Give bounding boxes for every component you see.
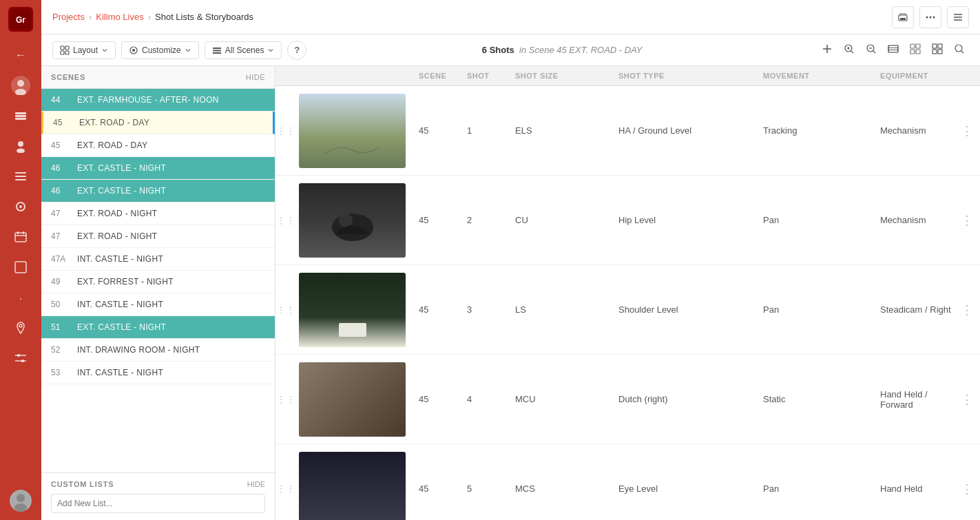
- scene-number: 50: [51, 300, 70, 309]
- scene-name: EXT. ROAD - DAY: [79, 118, 263, 127]
- drag-handle[interactable]: ⋮⋮: [275, 125, 296, 136]
- svg-rect-50: [910, 44, 915, 48]
- scene-item[interactable]: 49 EXT. FORREST - NIGHT: [41, 271, 275, 293]
- shot-number-5: 5: [461, 483, 510, 494]
- svg-rect-52: [910, 50, 915, 54]
- shot-movement-5: Pan: [758, 483, 875, 494]
- nav-list-icon[interactable]: [8, 164, 33, 189]
- shot-type-3: Shoulder Level: [613, 304, 758, 315]
- scene-name: EXT. ROAD - DAY: [77, 141, 265, 150]
- shot-scene-2: 45: [413, 215, 461, 225]
- scenes-hide[interactable]: HIDE: [246, 73, 265, 81]
- help-button[interactable]: ?: [287, 41, 306, 60]
- scene-item[interactable]: 52 INT. DRAWING ROOM - NIGHT: [41, 339, 275, 362]
- nav-sliders-icon[interactable]: [8, 346, 33, 371]
- drag-handle[interactable]: ⋮⋮: [275, 394, 296, 405]
- scene-item[interactable]: 50 INT. CASTLE - NIGHT: [41, 293, 275, 316]
- drag-handle[interactable]: ⋮⋮: [275, 483, 296, 495]
- col-shot-type: SHOT TYPE: [618, 72, 763, 80]
- scene-item[interactable]: 47 EXT. ROAD - NIGHT: [41, 202, 275, 225]
- search-button[interactable]: [950, 41, 969, 59]
- custom-lists-header: CUSTOM LISTS HIDE: [51, 480, 265, 488]
- svg-rect-54: [932, 44, 937, 48]
- nav-calendar-icon[interactable]: [8, 225, 33, 249]
- shot-menu-4[interactable]: ⋮: [959, 392, 980, 407]
- nav-avatar-icon[interactable]: [8, 73, 33, 98]
- scene-name: EXT. ROAD - NIGHT: [77, 209, 265, 218]
- breadcrumb: Projects › Killmo Lives › Shot Lists & S…: [52, 12, 253, 22]
- shot-thumbnail-1[interactable]: [296, 88, 413, 174]
- shot-menu-5[interactable]: ⋮: [959, 481, 980, 497]
- shot-row: ⋮⋮ 45 2 CU Hip Level Pan Mechanism: [275, 176, 980, 265]
- scene-item[interactable]: 46 EXT. CASTLE - NIGHT: [41, 180, 275, 202]
- nav-layers-icon[interactable]: [8, 103, 33, 128]
- shot-thumbnail-3[interactable]: [296, 267, 413, 353]
- svg-point-20: [19, 324, 22, 327]
- custom-lists-title: CUSTOM LISTS: [51, 480, 114, 488]
- scene-item[interactable]: 47 EXT. ROAD - NIGHT: [41, 225, 275, 248]
- shot-type-5: Eye Level: [613, 483, 758, 494]
- add-shot-button[interactable]: [817, 41, 837, 59]
- large-grid-button[interactable]: [928, 41, 947, 59]
- svg-rect-39: [65, 51, 69, 54]
- breadcrumb-projects[interactable]: Projects: [52, 12, 85, 22]
- nav-location-icon[interactable]: [8, 315, 33, 340]
- svg-point-24: [21, 360, 24, 362]
- shot-thumbnail-2[interactable]: [296, 178, 413, 263]
- svg-point-26: [17, 494, 25, 502]
- list-view-button[interactable]: [884, 41, 903, 59]
- scene-number: 46: [51, 163, 70, 173]
- scene-item[interactable]: 44 EXT. FARMHOUSE - AFTER- NOON: [41, 89, 275, 112]
- all-scenes-button[interactable]: All Scenes: [205, 41, 282, 59]
- scene-item[interactable]: 45 EXT. ROAD - DAY: [41, 112, 275, 134]
- shot-size-3: LS: [510, 304, 613, 315]
- shot-thumbnail-5[interactable]: [296, 446, 413, 521]
- print-button[interactable]: [892, 6, 914, 28]
- toolbar: Layout Customize All Scenes ? 6 Shots: [41, 34, 980, 66]
- svg-rect-37: [65, 46, 69, 50]
- scene-name: EXT. CASTLE - NIGHT: [77, 322, 265, 332]
- shot-row: ⋮⋮ 45 3 LS Shoulder Level Pan Steadicam …: [275, 265, 980, 355]
- scene-item[interactable]: 53 INT. CASTLE - NIGHT: [41, 362, 275, 384]
- grid-view-button[interactable]: [906, 41, 925, 59]
- user-avatar-bottom[interactable]: [8, 488, 33, 513]
- shot-size-4: MCU: [510, 394, 613, 404]
- drag-handle[interactable]: ⋮⋮: [275, 215, 296, 226]
- main-content: Projects › Killmo Lives › Shot Lists & S…: [41, 0, 980, 520]
- customize-button[interactable]: Customize: [121, 41, 199, 59]
- nav-star-icon[interactable]: [8, 194, 33, 219]
- add-list-input[interactable]: [51, 494, 265, 513]
- shot-number-1: 1: [461, 125, 510, 136]
- scene-item[interactable]: 46 EXT. CASTLE - NIGHT: [41, 157, 275, 180]
- shot-menu-3[interactable]: ⋮: [959, 302, 980, 318]
- scene-item[interactable]: 51 EXT. CASTLE - NIGHT: [41, 316, 275, 339]
- nav-back-icon[interactable]: ←: [8, 43, 33, 67]
- scene-name: EXT. FORREST - NIGHT: [77, 277, 265, 287]
- nav-person-icon[interactable]: [8, 134, 33, 158]
- more-button[interactable]: [919, 6, 941, 28]
- scene-item[interactable]: 45 EXT. ROAD - DAY: [41, 134, 275, 157]
- body-area: SCENES HIDE 44 EXT. FARMHOUSE - AFTER- N…: [41, 66, 980, 520]
- shot-thumbnail-4[interactable]: [296, 357, 413, 442]
- top-header: Projects › Killmo Lives › Shot Lists & S…: [41, 0, 980, 34]
- scene-item[interactable]: 47A INT. CASTLE - NIGHT: [41, 248, 275, 271]
- breadcrumb-project[interactable]: Killmo Lives: [96, 12, 143, 22]
- scenes-list: 44 EXT. FARMHOUSE - AFTER- NOON 45 EXT. …: [41, 89, 275, 472]
- nav-square-icon[interactable]: [8, 255, 33, 280]
- shot-equipment-3: Steadicam / Right: [875, 304, 959, 315]
- zoom-in-button[interactable]: [840, 41, 859, 59]
- nav-dot-icon[interactable]: ·: [8, 285, 33, 310]
- menu-button[interactable]: [947, 6, 969, 28]
- svg-rect-43: [213, 50, 221, 51]
- svg-rect-29: [900, 18, 906, 20]
- scene-name: EXT. FARMHOUSE - AFTER- NOON: [77, 95, 265, 105]
- custom-lists-hide[interactable]: HIDE: [247, 480, 265, 488]
- shot-menu-2[interactable]: ⋮: [959, 213, 980, 228]
- svg-point-60: [339, 214, 353, 227]
- zoom-out-button[interactable]: [862, 41, 881, 59]
- shot-equipment-4: Hand Held / Forward: [875, 389, 959, 410]
- scene-number: 47A: [51, 254, 70, 264]
- shot-menu-1[interactable]: ⋮: [959, 123, 980, 138]
- layout-button[interactable]: Layout: [52, 41, 116, 59]
- drag-handle[interactable]: ⋮⋮: [275, 304, 296, 315]
